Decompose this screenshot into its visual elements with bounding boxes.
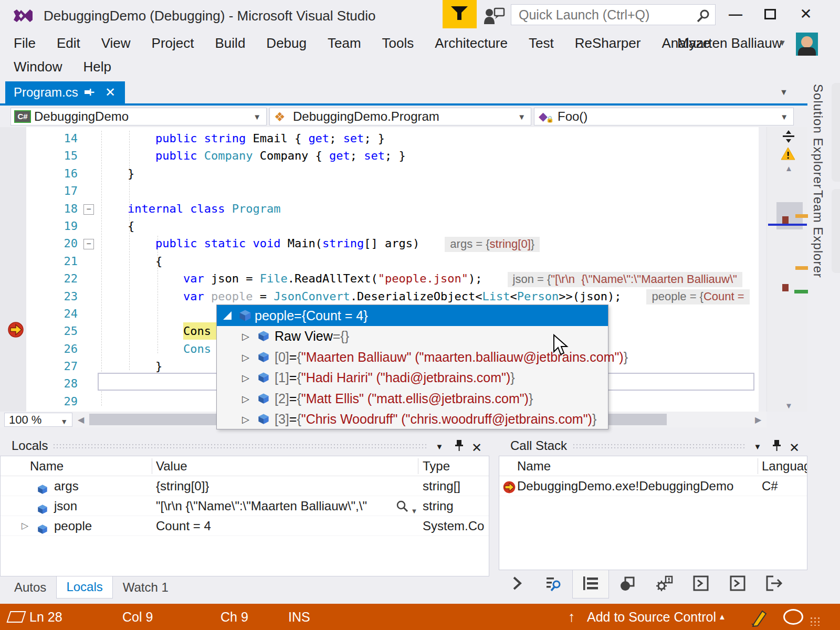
status-circle-icon[interactable] bbox=[783, 609, 803, 625]
line-number[interactable]: 18 bbox=[0, 200, 78, 217]
scroll-up-arrow-icon[interactable]: ▲ bbox=[785, 164, 793, 173]
menu-item-architecture[interactable]: Architecture bbox=[424, 32, 518, 55]
type-dropdown[interactable]: ❖ DebuggingDemo.Program ▼ bbox=[269, 108, 531, 125]
menu-item-team[interactable]: Team bbox=[317, 32, 372, 55]
source-control-caret-icon[interactable]: ▲ bbox=[718, 604, 726, 630]
publish-pencil-icon[interactable] bbox=[750, 608, 768, 627]
collapsed-triangle-icon[interactable]: ▷ bbox=[242, 394, 249, 404]
pin-tab-icon[interactable] bbox=[83, 86, 94, 99]
code-line-23[interactable]: 23 var people = JsonConvert.DeserializeO… bbox=[0, 288, 759, 305]
datatip-row-0[interactable]: ▷ Raw View={} bbox=[217, 326, 608, 347]
code-line-19[interactable]: 19 { bbox=[0, 217, 759, 235]
menu-item-resharper[interactable]: ReSharper bbox=[564, 32, 652, 55]
scroll-left-arrow-icon[interactable]: ◀ bbox=[78, 415, 84, 425]
drag-texture[interactable] bbox=[52, 443, 426, 449]
source-control-up-arrow-icon[interactable]: ↑ bbox=[568, 604, 575, 630]
menu-item-edit[interactable]: Edit bbox=[46, 32, 91, 55]
user-account-menu[interactable]: Maarten Balliauw bbox=[677, 32, 782, 55]
column-separator[interactable] bbox=[758, 458, 758, 474]
user-avatar[interactable] bbox=[796, 33, 818, 56]
callstack-panel-titlebar[interactable]: Call Stack ▼ ✕ bbox=[499, 437, 807, 456]
collapsed-triangle-icon[interactable]: ▷ bbox=[242, 415, 249, 424]
fold-toggle-icon[interactable]: − bbox=[83, 239, 94, 249]
window-position-caret-icon[interactable]: ▼ bbox=[750, 439, 765, 455]
vertical-scrollbar-map[interactable]: ▲ ▼ bbox=[766, 127, 807, 412]
close-button[interactable]: ✕ bbox=[795, 3, 817, 25]
expand-icon[interactable]: ▷ bbox=[22, 516, 28, 536]
send-feedback-icon[interactable] bbox=[482, 5, 506, 26]
close-tab-icon[interactable]: ✕ bbox=[105, 81, 116, 103]
column-separator[interactable] bbox=[152, 458, 152, 474]
line-number[interactable]: 24 bbox=[0, 305, 78, 322]
code-line-21[interactable]: 21 { bbox=[0, 253, 759, 270]
editor-zoom-select[interactable]: 100 % ▼ bbox=[4, 413, 72, 427]
frame-name[interactable]: DebuggingDemo.exe!DebuggingDemo bbox=[517, 476, 758, 496]
line-number[interactable]: 21 bbox=[0, 253, 78, 270]
line-number[interactable]: 23 bbox=[0, 288, 78, 305]
line-number[interactable]: 28 bbox=[0, 375, 78, 392]
line-number[interactable]: 20 bbox=[0, 235, 78, 252]
resize-grip[interactable] bbox=[810, 616, 820, 626]
editor-split-grip-icon[interactable] bbox=[783, 130, 794, 143]
call-stack-window-icon[interactable] bbox=[582, 575, 600, 593]
locals-row-args[interactable]: args{string[0]}string[] bbox=[1, 476, 489, 496]
line-number[interactable]: 25 bbox=[0, 322, 78, 340]
member-dropdown[interactable]: ◆ 🔒 Foo() ▼ bbox=[534, 108, 794, 125]
scroll-right-arrow-icon[interactable]: ▶ bbox=[755, 415, 761, 425]
callstack-grid-header[interactable]: Name Language bbox=[499, 456, 807, 476]
variable-name[interactable]: args bbox=[54, 476, 79, 496]
column-name[interactable]: Name bbox=[517, 456, 551, 476]
breakpoints-window-icon[interactable] bbox=[618, 575, 636, 593]
variable-value[interactable]: "[\r\n {\"Name\":\"Maarten Balliauw\",\" bbox=[156, 496, 367, 516]
collapsed-triangle-icon[interactable]: ▷ bbox=[242, 353, 249, 362]
code-line-20[interactable]: 20− public static void Main(string[] arg… bbox=[0, 235, 759, 252]
code-line-22[interactable]: 22 var json = File.ReadAllText("people.j… bbox=[0, 270, 759, 287]
line-number[interactable]: 19 bbox=[0, 217, 78, 235]
variable-value[interactable]: {string[0]} bbox=[156, 476, 209, 496]
team-explorer-tab-bar[interactable] bbox=[832, 189, 840, 273]
column-name[interactable]: Name bbox=[30, 456, 64, 476]
project-dropdown[interactable]: C# DebuggingDemo ▼ bbox=[10, 108, 267, 125]
exception-settings-icon[interactable] bbox=[655, 575, 673, 593]
user-menu-caret-icon[interactable]: ▼ bbox=[778, 32, 786, 55]
tab-program-cs[interactable]: Program.cs ✕ bbox=[5, 81, 125, 103]
tab-autos[interactable]: Autos bbox=[4, 576, 56, 598]
datatip-row-3[interactable]: ▷ [2]={"Matt Ellis" ("matt.ellis@jetbrai… bbox=[217, 388, 608, 410]
tab-well-dropdown-icon[interactable]: ▼ bbox=[780, 88, 788, 97]
datatip-row-4[interactable]: ▷ [3]={"Chris Woodruff" ("chris.woodruff… bbox=[217, 409, 608, 430]
datatip-row-1[interactable]: ▷ [0]={"Maarten Balliauw" ("maarten.ball… bbox=[217, 347, 608, 368]
callstack-grid[interactable]: Name Language DebuggingDemo.exe!Debuggin… bbox=[499, 456, 807, 570]
variable-value[interactable]: Count = 4 bbox=[156, 516, 211, 536]
tab-watch-1[interactable]: Watch 1 bbox=[113, 576, 178, 598]
menu-item-view[interactable]: View bbox=[91, 32, 141, 55]
scroll-down-arrow-icon[interactable]: ▼ bbox=[785, 401, 793, 410]
locals-grid[interactable]: Name Value Type args{string[0]}string[] … bbox=[0, 456, 489, 576]
debugger-inline-value[interactable]: json = {"[\r\n {\"Name\":\"Maarten Balli… bbox=[508, 272, 742, 287]
datatip-header-row[interactable]: people={Count = 4} bbox=[217, 305, 608, 326]
tab-solution-explorer[interactable]: Solution Explorer bbox=[811, 84, 825, 189]
quick-launch-box[interactable] bbox=[511, 4, 716, 25]
line-number[interactable]: 22 bbox=[0, 270, 78, 287]
window-position-caret-icon[interactable]: ▼ bbox=[432, 439, 447, 455]
menu-item-file[interactable]: File bbox=[3, 32, 46, 55]
code-line-18[interactable]: 18− internal class Program bbox=[0, 200, 759, 217]
quick-launch-input[interactable] bbox=[519, 5, 692, 25]
line-number[interactable]: 16 bbox=[0, 165, 78, 182]
immediate-window-icon[interactable] bbox=[729, 575, 747, 593]
file-warning-status-icon[interactable] bbox=[781, 147, 795, 160]
menu-item-test[interactable]: Test bbox=[518, 32, 564, 55]
locals-row-json[interactable]: json"[\r\n {\"Name\":\"Maarten Balliauw\… bbox=[1, 496, 489, 516]
pin-icon[interactable] bbox=[452, 439, 467, 453]
debugger-inline-value[interactable]: people = {Count = bbox=[646, 289, 749, 304]
expand-chevron-icon[interactable] bbox=[508, 575, 526, 593]
tab-locals[interactable]: Locals bbox=[56, 576, 112, 598]
variable-name[interactable]: json bbox=[54, 496, 77, 516]
locals-grid-header[interactable]: Name Value Type bbox=[1, 456, 489, 476]
locals-panel-titlebar[interactable]: Locals ▼ ✕ bbox=[0, 437, 489, 456]
line-number[interactable]: 29 bbox=[0, 393, 78, 410]
menu-item-window[interactable]: Window bbox=[3, 55, 72, 78]
maximize-button[interactable] bbox=[759, 3, 781, 25]
code-line-16[interactable]: 16 } bbox=[0, 165, 759, 182]
line-number[interactable]: 26 bbox=[0, 340, 78, 358]
collapsed-triangle-icon[interactable]: ▷ bbox=[242, 332, 249, 341]
